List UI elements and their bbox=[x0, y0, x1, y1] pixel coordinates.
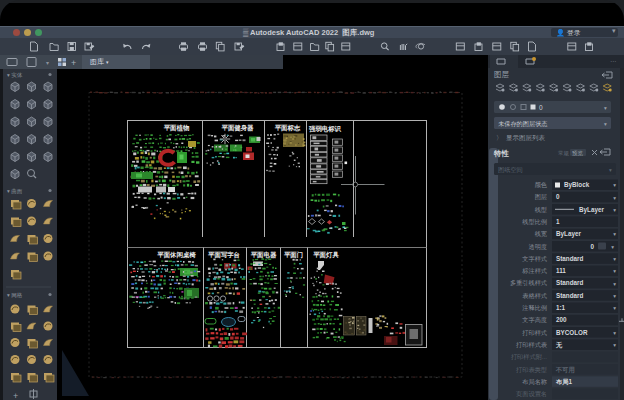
svg-text:0: 0 bbox=[556, 193, 560, 200]
svg-text:111: 111 bbox=[556, 267, 566, 274]
svg-text:▾ 实体: ▾ 实体 bbox=[7, 72, 23, 78]
svg-text:透明度: 透明度 bbox=[528, 243, 547, 251]
svg-text:〉: 〉 bbox=[496, 134, 503, 141]
svg-text:▾: ▾ bbox=[46, 60, 49, 66]
svg-text:常规: 常规 bbox=[558, 150, 570, 157]
svg-text:1:1: 1:1 bbox=[556, 304, 566, 311]
svg-text:Standard: Standard bbox=[556, 292, 583, 299]
svg-text:+: + bbox=[71, 58, 76, 68]
svg-text:平面植物: 平面植物 bbox=[164, 124, 190, 132]
svg-text:平面灯具: 平面灯具 bbox=[313, 251, 339, 259]
svg-text:线型比例: 线型比例 bbox=[522, 218, 547, 226]
svg-text:▾: ▾ bbox=[604, 105, 607, 111]
svg-text:▾: ▾ bbox=[609, 167, 612, 173]
svg-text:▾: ▾ bbox=[613, 182, 616, 188]
svg-text:布局1: 布局1 bbox=[555, 378, 573, 386]
svg-text:平面休闲桌椅: 平面休闲桌椅 bbox=[157, 251, 196, 259]
svg-text:打印样式表: 打印样式表 bbox=[515, 341, 548, 349]
svg-text:▾: ▾ bbox=[613, 195, 616, 201]
svg-text:▾: ▾ bbox=[613, 207, 616, 213]
svg-text:图层: 图层 bbox=[494, 70, 510, 79]
svg-text:页面设置名: 页面设置名 bbox=[516, 390, 547, 398]
svg-text:ByBlock: ByBlock bbox=[564, 181, 590, 189]
svg-text:▾: ▾ bbox=[613, 268, 616, 274]
svg-text:图层: 图层 bbox=[535, 193, 547, 201]
svg-text:▾: ▾ bbox=[613, 305, 616, 311]
svg-text:▾: ▾ bbox=[613, 293, 616, 299]
svg-text:注释比例: 注释比例 bbox=[522, 304, 547, 312]
svg-text:Standard: Standard bbox=[556, 279, 583, 286]
svg-text:标注样式: 标注样式 bbox=[521, 267, 547, 275]
svg-text:未保存的图层状态: 未保存的图层状态 bbox=[498, 120, 548, 128]
svg-text:Standard: Standard bbox=[556, 255, 583, 262]
svg-text:+: + bbox=[13, 391, 18, 400]
svg-text:▾: ▾ bbox=[613, 256, 616, 262]
svg-text:显示图层列表: 显示图层列表 bbox=[506, 134, 546, 141]
svg-text:0: 0 bbox=[590, 243, 594, 250]
svg-text:⋯: ⋯ bbox=[610, 58, 616, 64]
svg-text:ByLayer: ByLayer bbox=[579, 206, 604, 214]
svg-text:0: 0 bbox=[539, 104, 543, 111]
svg-text:▾: ▾ bbox=[611, 244, 614, 250]
svg-text:线型: 线型 bbox=[535, 206, 547, 213]
svg-text:预览: 预览 bbox=[572, 150, 584, 157]
svg-text:200: 200 bbox=[556, 316, 567, 323]
svg-text:不可用: 不可用 bbox=[555, 366, 575, 374]
svg-text:平面电器: 平面电器 bbox=[251, 251, 277, 259]
svg-text:▾: ▾ bbox=[613, 231, 616, 237]
svg-text:▾ 网格: ▾ 网格 bbox=[7, 292, 23, 299]
svg-text:平面写字台: 平面写字台 bbox=[208, 251, 240, 259]
svg-text:BYCOLOR: BYCOLOR bbox=[556, 329, 588, 336]
svg-text:cad: cad bbox=[284, 288, 290, 293]
svg-text:平面健身器: 平面健身器 bbox=[222, 124, 255, 132]
svg-text:线宽: 线宽 bbox=[535, 230, 547, 238]
svg-text:文字样式: 文字样式 bbox=[522, 255, 547, 262]
svg-text:多重引线样式: 多重引线样式 bbox=[510, 279, 547, 287]
svg-text:文字高度: 文字高度 bbox=[522, 316, 547, 324]
svg-text:打印样式附...: 打印样式附... bbox=[510, 353, 547, 361]
svg-text:表格样式: 表格样式 bbox=[522, 292, 547, 300]
svg-text:▾: ▾ bbox=[613, 281, 616, 287]
svg-text:特性: 特性 bbox=[493, 149, 510, 158]
svg-text:平面标志: 平面标志 bbox=[275, 124, 301, 132]
svg-text:无: 无 bbox=[555, 341, 563, 349]
svg-text:1: 1 bbox=[556, 218, 560, 225]
svg-text:打印表类型: 打印表类型 bbox=[515, 366, 547, 374]
svg-text:图纸空间: 图纸空间 bbox=[498, 166, 523, 174]
svg-text:▾ 曲面: ▾ 曲面 bbox=[7, 188, 23, 195]
svg-text:打印样式: 打印样式 bbox=[521, 329, 547, 337]
svg-text:ByLayer: ByLayer bbox=[556, 230, 581, 238]
svg-text:颜色: 颜色 bbox=[535, 181, 548, 188]
svg-text:▾: ▾ bbox=[613, 342, 616, 348]
svg-text:强弱电标识: 强弱电标识 bbox=[308, 125, 342, 133]
svg-text:▾: ▾ bbox=[613, 330, 616, 336]
svg-text:布局名称: 布局名称 bbox=[522, 378, 548, 386]
svg-text:▾: ▾ bbox=[604, 121, 607, 127]
svg-text:平面门: 平面门 bbox=[284, 251, 303, 259]
